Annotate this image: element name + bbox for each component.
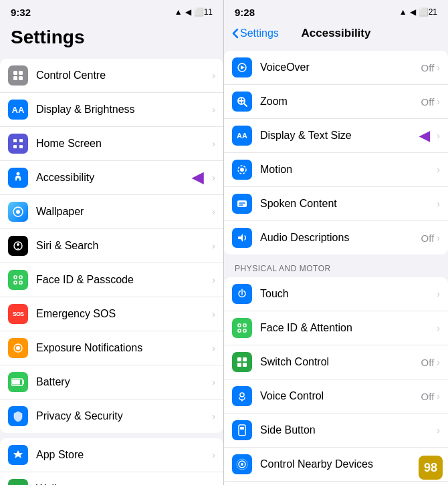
face-id-passcode-icon: [8, 270, 28, 290]
svg-rect-2: [13, 76, 17, 80]
wifi-icon: ◀: [185, 7, 191, 17]
acc-item-display-text-size[interactable]: AA Display & Text Size › ◀: [224, 119, 448, 153]
exposure-icon: [8, 338, 28, 358]
svg-rect-7: [19, 145, 23, 148]
switch-control-icon: [232, 352, 252, 372]
voiceover-label: VoiceOver: [260, 61, 421, 73]
physical-motor-section: Touch › Face ID & Attention › Switch Con…: [224, 277, 448, 485]
wallpaper-label: Wallpaper: [36, 206, 209, 218]
face-id-passcode-chevron: ›: [212, 275, 215, 285]
control-nearby-devices-label: Control Nearby Devices: [260, 458, 437, 470]
control-nearby-devices-icon: [232, 454, 252, 474]
signal-icon: ▲: [175, 7, 183, 17]
side-button-icon: [232, 420, 252, 440]
svg-rect-33: [243, 329, 246, 332]
display-brightness-label: Display & Brightness: [36, 104, 209, 116]
switch-control-value: Off: [421, 357, 435, 368]
settings-item-home-screen[interactable]: Home Screen ›: [0, 127, 223, 161]
acc-item-apple-tv-remote[interactable]: Apple TV Remote ›: [224, 482, 448, 485]
settings-list[interactable]: Control Centre › AA Display & Brightness…: [0, 53, 223, 485]
svg-rect-20: [12, 380, 20, 385]
svg-rect-6: [13, 145, 17, 148]
zoom-value: Off: [421, 96, 435, 108]
siri-search-chevron: ›: [212, 240, 215, 251]
right-signal-icon: ▲: [399, 7, 407, 17]
settings-item-privacy-security[interactable]: Privacy & Security ›: [0, 399, 223, 433]
settings-title: Settings: [11, 27, 213, 48]
settings-item-app-store[interactable]: App Store ›: [0, 438, 223, 472]
physical-motor-header: PHYSICAL AND MOTOR: [224, 255, 448, 277]
svg-point-41: [241, 463, 243, 466]
side-button-label: Side Button: [260, 424, 437, 436]
acc-item-spoken-content[interactable]: Spoken Content ›: [224, 187, 448, 221]
battery-chevron: ›: [212, 377, 215, 387]
svg-rect-32: [238, 329, 241, 332]
settings-item-accessibility[interactable]: Accessibility › ◀: [0, 161, 223, 195]
svg-rect-39: [239, 425, 245, 436]
audio-descriptions-chevron: ›: [437, 232, 440, 243]
svg-rect-5: [19, 139, 23, 142]
vision-section: VoiceOver Off › Zoom Off › AA Display & …: [224, 51, 448, 255]
right-status-icons: ▲ ◀ ⬜21: [399, 7, 437, 17]
acc-item-zoom[interactable]: Zoom Off ›: [224, 85, 448, 119]
settings-item-wallpaper[interactable]: Wallpaper ›: [0, 195, 223, 229]
left-panel: 9:32 ▲ ◀ ⬜11 Settings Control Centre › A…: [0, 0, 224, 485]
home-screen-icon: [8, 134, 28, 154]
audio-descriptions-value: Off: [421, 232, 435, 244]
motion-chevron: ›: [437, 164, 440, 175]
privacy-security-icon: [8, 406, 28, 426]
acc-item-audio-descriptions[interactable]: Audio Descriptions Off ›: [224, 221, 448, 255]
zoom-chevron: ›: [437, 96, 440, 107]
right-time: 9:28: [235, 7, 255, 18]
nav-back-label: Settings: [240, 27, 279, 39]
settings-item-exposure-notifications[interactable]: Exposure Notifications ›: [0, 331, 223, 365]
wallpaper-icon: [8, 202, 28, 222]
acc-item-face-id-attention[interactable]: Face ID & Attention ›: [224, 311, 448, 345]
acc-item-voice-control[interactable]: Voice Control Off ›: [224, 379, 448, 414]
svg-rect-14: [19, 276, 22, 279]
emergency-sos-icon: SOS: [8, 304, 28, 324]
home-screen-chevron: ›: [212, 138, 215, 149]
voiceover-value: Off: [421, 62, 435, 73]
right-panel: 9:28 ▲ ◀ ⬜21 Settings Accessibility Voic…: [224, 0, 448, 485]
acc-item-voiceover[interactable]: VoiceOver Off ›: [224, 51, 448, 85]
acc-item-touch[interactable]: Touch ›: [224, 277, 448, 311]
emergency-sos-chevron: ›: [212, 309, 215, 319]
settings-section-1: Control Centre › AA Display & Brightness…: [0, 59, 223, 433]
svg-rect-31: [243, 324, 246, 327]
settings-item-emergency-sos[interactable]: SOS Emergency SOS ›: [0, 297, 223, 331]
settings-item-control-centre[interactable]: Control Centre ›: [0, 59, 223, 93]
face-id-attention-label: Face ID & Attention: [260, 322, 437, 334]
acc-item-side-button[interactable]: Side Button ›: [224, 414, 448, 448]
settings-item-battery[interactable]: Battery ›: [0, 365, 223, 399]
switch-control-chevron: ›: [437, 357, 440, 367]
settings-item-wallet[interactable]: Wallet ›: [0, 472, 223, 485]
accessibility-page-title: Accessibility: [302, 27, 371, 40]
acc-item-control-nearby-devices[interactable]: Control Nearby Devices ›: [224, 448, 448, 482]
nav-back-button[interactable]: Settings: [232, 27, 279, 39]
spoken-content-icon: [232, 194, 252, 214]
voiceover-chevron: ›: [437, 62, 440, 73]
accessibility-chevron: ›: [212, 172, 215, 183]
face-id-attention-icon: [232, 318, 252, 338]
svg-point-10: [16, 210, 20, 214]
acc-item-switch-control[interactable]: Switch Control Off ›: [224, 345, 448, 379]
display-text-size-chevron: ›: [437, 130, 440, 141]
settings-item-display-brightness[interactable]: AA Display & Brightness ›: [0, 93, 223, 127]
right-battery-icon: ⬜21: [419, 7, 437, 17]
acc-item-motion[interactable]: Motion ›: [224, 153, 448, 187]
touch-label: Touch: [260, 288, 437, 300]
battery-settings-icon: [8, 372, 28, 392]
app-store-icon: [8, 445, 28, 465]
settings-item-siri-search[interactable]: Siri & Search ›: [0, 229, 223, 263]
battery-icon: ⬜11: [194, 7, 213, 17]
spoken-content-label: Spoken Content: [260, 198, 437, 210]
watermark: 98: [419, 456, 443, 480]
svg-point-38: [240, 393, 244, 397]
accessibility-list[interactable]: VoiceOver Off › Zoom Off › AA Display & …: [224, 45, 448, 485]
control-centre-label: Control Centre: [36, 69, 209, 82]
spoken-content-chevron: ›: [437, 198, 440, 209]
exposure-notifications-chevron: ›: [212, 343, 215, 353]
settings-item-face-id-passcode[interactable]: Face ID & Passcode ›: [0, 263, 223, 297]
svg-rect-3: [19, 76, 23, 80]
